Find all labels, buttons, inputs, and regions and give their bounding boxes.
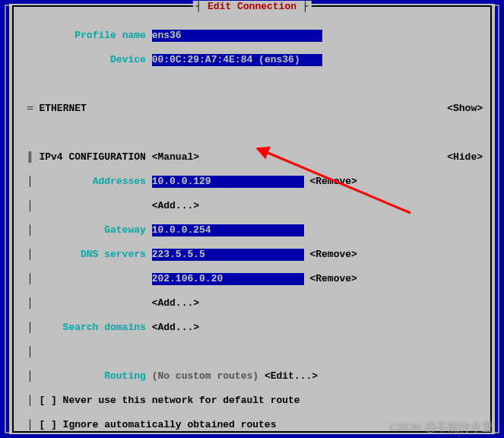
cb-never-default[interactable]: [ ] Never use this network for default r… <box>39 395 300 406</box>
ipv4-hide-button[interactable]: <Hide> <box>447 151 483 163</box>
dns-0-field[interactable]: 223.5.5.5 <box>152 249 304 261</box>
search-domains-label: Search domains <box>63 322 146 333</box>
search-domains-add-button[interactable]: <Add...> <box>152 322 199 333</box>
cb-ignore-routes[interactable]: [ ] Ignore automatically obtained routes <box>39 419 276 430</box>
routing-label: Routing <box>104 370 146 382</box>
edit-connection-dialog: ┤ Edit Connection ├ Profile name ens36 D… <box>9 4 495 434</box>
dialog-title: ┤ Edit Connection ├ <box>192 1 311 13</box>
ipv4-section: ║ IPv4 CONFIGURATION <box>21 151 146 163</box>
device-label <box>21 54 110 65</box>
device-field[interactable]: 00:0C:29:A7:4E:84 (ens36) <box>152 54 322 66</box>
gateway-field[interactable]: 10.0.0.254 <box>152 224 304 236</box>
profile-name-field[interactable]: ens36 <box>152 30 322 42</box>
dns-1-remove-button[interactable]: <Remove> <box>309 273 357 284</box>
dns-0-remove-button[interactable]: <Remove> <box>309 249 357 260</box>
routing-summary: (No custom routes) <box>152 370 258 382</box>
ethernet-section: ═ ETHERNET <box>21 103 87 114</box>
ipv4-mode-select[interactable]: <Manual> <box>152 151 199 163</box>
dns-1-field[interactable]: 202.106.0.20 <box>152 273 304 285</box>
addresses-label: Addresses <box>93 176 146 187</box>
gateway-label: Gateway <box>104 224 146 236</box>
profile-name-label <box>21 30 74 41</box>
address-add-button[interactable]: <Add...> <box>152 200 199 211</box>
ethernet-show-button[interactable]: <Show> <box>447 103 483 114</box>
address-0-remove-button[interactable]: <Remove> <box>309 176 357 187</box>
watermark: CSDN @不能待水里 <box>389 421 493 433</box>
dns-add-button[interactable]: <Add...> <box>152 297 199 309</box>
address-0-field[interactable]: 10.0.0.129 <box>152 176 304 188</box>
dns-label: DNS servers <box>81 249 146 260</box>
routing-edit-button[interactable]: <Edit...> <box>265 370 318 382</box>
